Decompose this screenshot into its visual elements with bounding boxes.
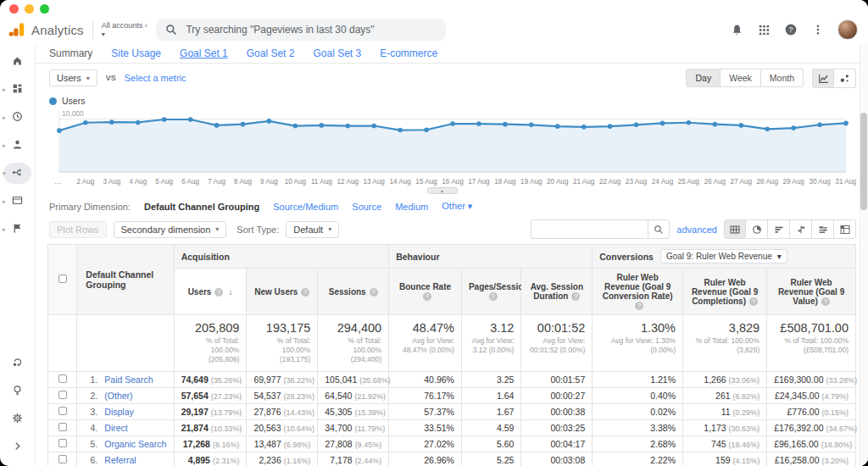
sidebar-item-customization[interactable]: ▸ <box>0 75 35 103</box>
term-cloud-view-icon[interactable] <box>812 219 834 239</box>
expand-arrow-icon[interactable]: ▸ <box>3 142 6 149</box>
search-input[interactable] <box>186 24 437 36</box>
help-badge-icon[interactable]: ? <box>370 288 378 297</box>
help-badge-icon[interactable]: ? <box>635 302 643 310</box>
column-header-completions[interactable]: Ruler Web Revenue (Goal 9 Completions)? <box>683 269 767 315</box>
channel-link[interactable]: (Other) <box>104 391 132 401</box>
sidebar-item-home[interactable] <box>0 47 35 75</box>
svg-text:20 Aug: 20 Aug <box>547 178 569 186</box>
goal-selector-dropdown[interactable]: Goal 9: Ruler Web Revenue ▾ <box>660 249 787 264</box>
row-checkbox[interactable] <box>58 407 67 415</box>
global-search[interactable] <box>156 19 446 41</box>
channel-link[interactable]: Display <box>104 407 133 417</box>
metric-selector-dropdown[interactable]: Users ▾ <box>49 69 97 86</box>
row-checkbox[interactable] <box>58 374 67 383</box>
help-badge-icon[interactable]: ? <box>571 292 580 301</box>
row-checkbox[interactable] <box>58 455 67 463</box>
dimension-option-medium[interactable]: Medium <box>395 202 428 212</box>
account-switcher-label: All accounts › <box>102 21 147 30</box>
column-header-users[interactable]: Users?↓ <box>174 269 247 315</box>
expand-arrow-icon[interactable]: ▾ <box>3 170 6 177</box>
dimension-option-source-medium[interactable]: Source/Medium <box>273 202 338 212</box>
row-checkbox[interactable] <box>58 423 67 431</box>
sidebar-item-collapse[interactable] <box>0 433 35 461</box>
sidebar-item-behaviour[interactable]: ▸ <box>0 187 35 215</box>
performance-view-icon[interactable] <box>768 219 790 239</box>
tab-goal-set-2[interactable]: Goal Set 2 <box>247 47 295 59</box>
sidebar-item-discover[interactable] <box>0 377 35 405</box>
sidebar-item-realtime[interactable]: ▸ <box>0 103 35 131</box>
expand-arrow-icon[interactable]: ▸ <box>3 86 6 93</box>
minimize-window-button[interactable] <box>25 4 34 14</box>
channel-link[interactable]: Paid Search <box>104 374 153 385</box>
apps-grid-icon[interactable] <box>756 22 771 37</box>
dimension-option-default-channel-grouping[interactable]: Default Channel Grouping <box>144 202 259 212</box>
plot-rows-button[interactable]: Plot Rows <box>49 221 107 238</box>
column-header-pages-session[interactable]: Pages/Session? <box>461 269 521 315</box>
expand-arrow-icon[interactable]: ▸ <box>3 226 6 233</box>
sidebar-item-conversions[interactable]: ▸ <box>0 215 35 243</box>
avatar[interactable] <box>837 19 858 40</box>
pivot-view-icon[interactable] <box>834 219 856 239</box>
account-switcher[interactable]: All accounts › ▾ <box>102 21 147 38</box>
attribution-icon <box>12 356 23 371</box>
close-window-button[interactable] <box>9 4 19 14</box>
channel-link[interactable]: Referral <box>104 455 136 465</box>
row-checkbox[interactable] <box>58 391 67 399</box>
row-checkbox[interactable] <box>58 439 67 447</box>
channel-link[interactable]: Organic Search <box>104 439 166 449</box>
dimension-column-header[interactable]: Default Channel Grouping <box>77 245 174 315</box>
sort-type-dropdown[interactable]: Default ▾ <box>286 221 339 238</box>
help-badge-icon[interactable]: ? <box>821 297 830 306</box>
table-search-input[interactable] <box>531 219 648 239</box>
line-chart-view-icon[interactable] <box>812 69 834 88</box>
sidebar-item-acquisition[interactable]: ▾ <box>0 159 35 187</box>
vertical-scrollbar-track[interactable] <box>860 44 868 466</box>
secondary-dimension-dropdown[interactable]: Secondary dimension ▾ <box>114 221 227 238</box>
channel-link[interactable]: Direct <box>104 423 127 433</box>
comparison-view-icon[interactable] <box>790 219 812 239</box>
column-header-bounce-rate[interactable]: Bounce Rate? <box>389 269 462 315</box>
granularity-day-button[interactable]: Day <box>686 69 721 87</box>
select-all-checkbox[interactable] <box>58 275 67 283</box>
row-index: 1. <box>84 374 97 385</box>
column-header-session-duration[interactable]: Avg. Session Duration? <box>521 269 593 315</box>
advanced-search-link[interactable]: advanced <box>676 225 717 235</box>
dimension-option-source[interactable]: Source <box>352 202 381 212</box>
column-header-goal-value[interactable]: Ruler Web Revenue (Goal 9 Value)? <box>767 269 856 315</box>
granularity-week-button[interactable]: Week <box>721 69 761 87</box>
help-icon[interactable]: ? <box>783 22 798 37</box>
tab-goal-set-1[interactable]: Goal Set 1 <box>180 47 228 59</box>
chart-range-slider[interactable]: ▾ <box>427 187 458 194</box>
tab-summary[interactable]: Summary <box>49 47 92 59</box>
column-header-new-users[interactable]: New Users? <box>247 269 318 315</box>
tab-site-usage[interactable]: Site Usage <box>111 47 161 59</box>
sidebar-item-attribution[interactable] <box>0 349 35 377</box>
help-badge-icon[interactable]: ? <box>301 288 309 297</box>
table-view-icon[interactable] <box>724 219 746 239</box>
tab-goal-set-3[interactable]: Goal Set 3 <box>313 47 361 59</box>
column-header-conversion-rate[interactable]: Ruler Web Revenue (Goal 9 Conversion Rat… <box>593 269 683 315</box>
select-metric-link[interactable]: Select a metric <box>125 73 186 83</box>
help-badge-icon[interactable]: ? <box>749 297 758 306</box>
help-badge-icon[interactable]: ? <box>423 292 431 301</box>
expand-arrow-icon[interactable]: ▸ <box>3 114 6 121</box>
dimension-option-other[interactable]: Other ▾ <box>442 201 472 212</box>
motion-chart-view-icon[interactable] <box>834 69 856 88</box>
more-icon[interactable] <box>810 22 826 37</box>
help-badge-icon[interactable]: ? <box>489 292 498 301</box>
table-search-button[interactable] <box>648 219 670 239</box>
analytics-logo[interactable]: Analytics <box>8 21 84 38</box>
expand-arrow-icon[interactable]: ▸ <box>3 198 6 205</box>
granularity-month-button[interactable]: Month <box>761 69 804 87</box>
notifications-icon[interactable] <box>729 22 744 37</box>
percentage-view-icon[interactable] <box>746 219 768 239</box>
sidebar-item-audience[interactable]: ▸ <box>0 131 35 159</box>
sidebar-item-admin[interactable] <box>0 405 35 433</box>
tab-e-commerce[interactable]: E-commerce <box>380 47 437 59</box>
vertical-scrollbar-thumb[interactable] <box>860 113 867 210</box>
help-badge-icon[interactable]: ? <box>214 288 223 297</box>
column-header-sessions[interactable]: Sessions? <box>318 269 389 315</box>
zoom-window-button[interactable] <box>40 4 49 14</box>
users-chart[interactable]: 5,00010,000…2 Aug3 Aug4 Aug5 Aug6 Aug7 A… <box>49 108 856 191</box>
